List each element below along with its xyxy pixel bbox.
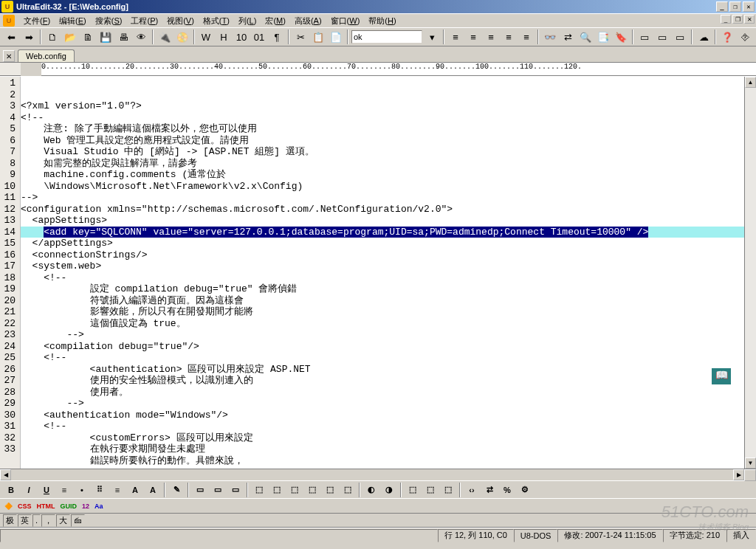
toolbar-button[interactable]: ✂ bbox=[292, 29, 309, 45]
format-button[interactable]: ⬚ bbox=[440, 483, 456, 497]
toolbar-button[interactable]: H bbox=[216, 29, 232, 45]
code-line[interactable] bbox=[21, 466, 744, 469]
ime-segment[interactable]: 英 bbox=[18, 514, 32, 527]
toolbar-button[interactable]: 👓 bbox=[542, 29, 558, 45]
toolbar-button[interactable]: 💾 bbox=[97, 29, 114, 45]
menu-item[interactable]: 搜索(S) bbox=[91, 15, 127, 27]
code-area[interactable]: <?xml version="1.0"?><!-- 注意: 除了手動編輯這個檔案… bbox=[21, 77, 744, 469]
toolbar-button[interactable]: ➡ bbox=[21, 29, 37, 45]
code-line[interactable]: 使用者。 bbox=[21, 387, 744, 398]
file-tab[interactable]: Web.config bbox=[18, 49, 75, 62]
format-button[interactable]: ⬚ bbox=[269, 483, 285, 497]
format-button[interactable]: % bbox=[499, 483, 515, 497]
toolbar-button[interactable]: ⯑ bbox=[737, 29, 753, 45]
format-button[interactable]: • bbox=[74, 483, 90, 497]
menu-item[interactable]: 编辑(E) bbox=[55, 15, 91, 27]
format-button[interactable]: ⬚ bbox=[286, 483, 303, 497]
format-button[interactable]: ✎ bbox=[168, 483, 185, 497]
extra-button[interactable]: GUID bbox=[59, 502, 79, 511]
toolbar-button[interactable]: 🗋 bbox=[44, 29, 61, 45]
code-line[interactable]: 影響效能，所以只有在開發期間才能將 bbox=[21, 306, 744, 318]
format-button[interactable]: ⬚ bbox=[340, 483, 356, 497]
format-button[interactable]: ▭ bbox=[192, 483, 208, 497]
code-line[interactable]: --> bbox=[21, 398, 744, 410]
code-line[interactable]: <add key="SQLCONN" value="server=127.0.0… bbox=[21, 227, 744, 238]
menu-item[interactable]: 高级(A) bbox=[290, 15, 326, 27]
toolbar-button[interactable]: ¶ bbox=[269, 29, 285, 45]
tab-close-button[interactable]: ✕ bbox=[3, 50, 15, 62]
format-button[interactable]: ⇄ bbox=[481, 483, 498, 497]
toolbar-button[interactable]: 📀 bbox=[174, 29, 190, 45]
minimize-button[interactable]: _ bbox=[716, 1, 728, 12]
scrollbar-vertical[interactable]: ▲ ▼ bbox=[744, 77, 756, 469]
toolbar-button[interactable]: 📄 bbox=[328, 29, 344, 45]
toolbar-button[interactable]: 📂 bbox=[62, 29, 78, 45]
format-button[interactable]: ⬚ bbox=[422, 483, 439, 497]
code-line[interactable]: 錯誤時所要執行的動作。具體來說， bbox=[21, 455, 744, 467]
menu-item[interactable]: 工程(P) bbox=[126, 15, 162, 27]
format-button[interactable]: U bbox=[38, 483, 55, 497]
toolbar-button[interactable]: 🔌 bbox=[157, 29, 173, 45]
extra-button[interactable]: Aa bbox=[93, 502, 105, 511]
format-button[interactable]: A bbox=[127, 483, 143, 497]
toolbar-button[interactable]: 🖶 bbox=[115, 29, 131, 45]
restore-button[interactable]: ❐ bbox=[729, 1, 741, 12]
code-line[interactable]: 使用的安全性驗證模式，以識別連入的 bbox=[21, 375, 744, 387]
code-line[interactable]: <system.web> bbox=[21, 260, 744, 272]
menu-item[interactable]: 帮助(H) bbox=[364, 15, 400, 27]
scroll-down-button[interactable]: ▼ bbox=[745, 458, 756, 469]
format-button[interactable]: ◐ bbox=[363, 483, 379, 497]
code-line[interactable]: </appSettings> bbox=[21, 238, 744, 249]
format-button[interactable]: ⬚ bbox=[405, 483, 421, 497]
ime-segment[interactable]: ， bbox=[41, 514, 55, 527]
format-button[interactable]: ⬚ bbox=[322, 483, 338, 497]
toolbar-button[interactable]: ⬅ bbox=[3, 29, 19, 45]
code-line[interactable]: --> bbox=[21, 192, 744, 204]
toolbar-button[interactable]: ▭ bbox=[672, 29, 688, 45]
code-line[interactable]: <authentication> 區段可以用來設定 ASP.NET bbox=[21, 364, 744, 376]
editor[interactable]: 1234567891011121314151617181920212223242… bbox=[0, 76, 756, 469]
code-line[interactable]: <!-- bbox=[21, 352, 744, 364]
menu-item[interactable]: 文件(F) bbox=[19, 15, 55, 27]
format-button[interactable]: I bbox=[21, 483, 37, 497]
toolbar-button[interactable]: ≡ bbox=[465, 29, 481, 45]
toolbar-button[interactable]: ≡ bbox=[483, 29, 499, 45]
scrollbar-horizontal[interactable]: ◀ ▶ bbox=[0, 469, 756, 480]
toolbar-button[interactable]: ▾ bbox=[424, 29, 440, 45]
ime-segment[interactable]: . bbox=[32, 514, 41, 527]
menu-item[interactable]: 宏(M) bbox=[261, 15, 290, 27]
scroll-left-button[interactable]: ◀ bbox=[0, 469, 11, 480]
toolbar-button[interactable]: 🔖 bbox=[613, 29, 629, 45]
menu-item[interactable]: 列(L) bbox=[234, 15, 261, 27]
format-button[interactable]: ⬚ bbox=[304, 483, 320, 497]
toolbar-button[interactable]: ≡ bbox=[447, 29, 464, 45]
ime-segment[interactable]: 大 bbox=[56, 514, 70, 527]
format-button[interactable]: ▭ bbox=[227, 483, 244, 497]
format-button[interactable]: ≡ bbox=[109, 483, 126, 497]
format-button[interactable]: ‹› bbox=[464, 483, 480, 497]
toolbar-button[interactable]: 10 bbox=[233, 29, 250, 45]
toolbar-button[interactable]: W bbox=[198, 29, 214, 45]
toolbar-button[interactable]: ≡ bbox=[518, 29, 535, 45]
format-button[interactable]: ⬚ bbox=[251, 483, 267, 497]
code-line[interactable]: 在執行要求期間發生未處理 bbox=[21, 443, 744, 455]
menu-item[interactable]: 窗口(W) bbox=[326, 15, 365, 27]
toolbar-button[interactable]: ⇄ bbox=[560, 29, 576, 45]
mdi-minimize[interactable]: _ bbox=[721, 15, 731, 24]
code-line[interactable]: <compilation debug="true"/> bbox=[21, 341, 744, 353]
toolbar-button[interactable]: ▭ bbox=[636, 29, 653, 45]
code-line[interactable]: 如需完整的設定與註解清單，請參考 bbox=[21, 158, 744, 170]
format-button[interactable]: ≡ bbox=[56, 483, 72, 497]
toolbar-button[interactable]: ▭ bbox=[654, 29, 670, 45]
code-line[interactable]: <customErrors> 區段可以用來設定 bbox=[21, 432, 744, 444]
code-line[interactable]: 注意: 除了手動編輯這個檔案以外，您也可以使用 bbox=[21, 123, 744, 135]
code-line[interactable]: <configuration xmlns="http://schemas.mic… bbox=[21, 204, 744, 215]
extra-button[interactable]: HTML bbox=[35, 502, 57, 511]
code-line[interactable]: \Windows\Microsoft.Net\Framework\v2.x\Co… bbox=[21, 181, 744, 193]
code-line[interactable]: <authentication mode="Windows"/> bbox=[21, 410, 744, 421]
toolbar-button[interactable]: 🔍 bbox=[577, 29, 594, 45]
code-line[interactable]: 符號插入編譯過的頁面。因為這樣會 bbox=[21, 295, 744, 307]
mdi-close[interactable]: ✕ bbox=[744, 15, 755, 24]
menu-item[interactable]: 格式(T) bbox=[199, 15, 234, 27]
format-button[interactable]: B bbox=[3, 483, 19, 497]
